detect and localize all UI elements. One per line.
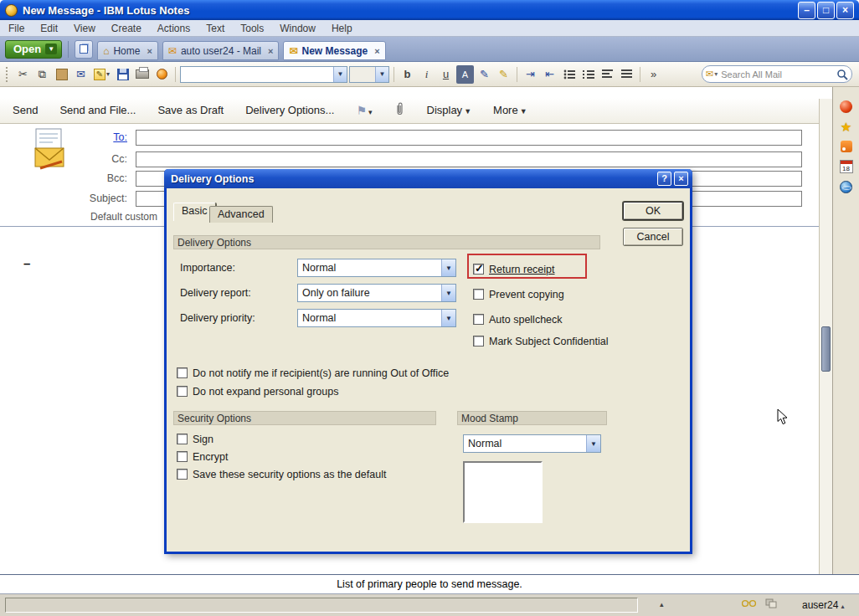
font-size-select[interactable]: ▼ xyxy=(349,66,389,83)
menu-text[interactable]: Text xyxy=(206,23,224,34)
tab-mail-close-icon[interactable]: × xyxy=(268,46,273,56)
mood-stamp-dropdown-icon[interactable]: ▼ xyxy=(586,435,600,452)
prevent-copying-checkbox[interactable] xyxy=(473,289,484,300)
delivery-priority-select[interactable]: Normal ▼ xyxy=(297,309,456,327)
status-user-button[interactable]: auser24▴ xyxy=(802,599,844,611)
expand-groups-option[interactable]: Do not expand personal groups xyxy=(177,386,338,398)
search-scope-button[interactable]: ✉ ▾ xyxy=(706,69,718,80)
stamp-envelope-icon[interactable]: ✉ xyxy=(72,65,90,84)
prevent-copying-option[interactable]: Prevent copying xyxy=(473,289,564,300)
pen-icon[interactable]: ✎ xyxy=(476,65,493,84)
delivery-priority-dropdown-icon[interactable]: ▼ xyxy=(441,310,455,326)
bullet-list-icon[interactable] xyxy=(560,65,578,84)
menu-help[interactable]: Help xyxy=(332,23,352,34)
expand-groups-checkbox[interactable] xyxy=(177,386,188,397)
flag-dropdown-button[interactable]: ⚑▾ xyxy=(356,104,372,117)
tab-mail[interactable]: ✉ auto user24 - Mail × xyxy=(162,41,280,60)
ok-button[interactable]: OK xyxy=(623,202,683,220)
sign-option[interactable]: Sign xyxy=(177,434,213,445)
display-dropdown-button[interactable]: Display▼ xyxy=(427,104,472,116)
cut-icon[interactable]: ✂ xyxy=(14,65,32,84)
importance-select[interactable]: Normal ▼ xyxy=(297,259,456,277)
tab-new-message[interactable]: ✉ New Message × xyxy=(283,41,385,60)
save-as-draft-button[interactable]: Save as Draft xyxy=(157,104,224,116)
permanent-pen-icon[interactable] xyxy=(153,65,171,84)
favorites-star-icon[interactable]: ★ xyxy=(841,121,851,133)
out-of-office-option[interactable]: Do not notify me if recipient(s) are run… xyxy=(177,367,449,379)
delivery-options-button[interactable]: Delivery Options... xyxy=(245,104,334,116)
vertical-scrollbar[interactable] xyxy=(819,99,832,574)
open-in-new-window-button[interactable] xyxy=(75,40,93,59)
mood-stamp-select[interactable]: Normal ▼ xyxy=(463,434,601,453)
maximize-button[interactable]: □ xyxy=(817,2,835,19)
feeds-icon[interactable] xyxy=(841,141,852,152)
tab-new-message-close-icon[interactable]: × xyxy=(374,46,379,56)
save-security-default-checkbox[interactable] xyxy=(177,469,188,480)
indent-icon[interactable]: ⇥ xyxy=(522,65,539,84)
glasses-icon[interactable] xyxy=(742,599,757,608)
print-icon[interactable] xyxy=(133,65,152,84)
menu-edit[interactable]: Edit xyxy=(40,23,58,34)
search-box[interactable]: ✉ ▾ Search All Mail xyxy=(702,65,852,83)
menu-window[interactable]: Window xyxy=(280,23,316,34)
send-button[interactable]: Send xyxy=(13,104,38,116)
highlighter-icon[interactable]: ✎ xyxy=(495,65,512,84)
tab-home[interactable]: ⌂ Home × xyxy=(97,41,158,60)
calendar-icon[interactable]: 18 xyxy=(840,160,853,173)
menu-view[interactable]: View xyxy=(74,23,95,34)
tab-advanced[interactable]: Advanced xyxy=(209,206,273,223)
align-left-icon[interactable] xyxy=(599,65,616,84)
delivery-report-select[interactable]: Only on failure ▼ xyxy=(297,284,456,302)
minimize-button[interactable]: – xyxy=(798,2,815,19)
search-input[interactable]: Search All Mail xyxy=(721,69,833,80)
send-and-file-button[interactable]: Send and File... xyxy=(59,104,136,116)
encrypt-option[interactable]: Encrypt xyxy=(177,451,228,463)
dialog-close-button[interactable]: × xyxy=(674,172,688,186)
toolbar-drag-handle[interactable] xyxy=(6,67,10,82)
save-icon[interactable] xyxy=(114,65,131,84)
menu-file[interactable]: File xyxy=(8,23,24,34)
outdent-icon[interactable]: ⇤ xyxy=(541,65,558,84)
out-of-office-checkbox[interactable] xyxy=(177,367,188,378)
bcc-label[interactable]: Bcc: xyxy=(33,171,127,186)
menu-actions[interactable]: Actions xyxy=(157,23,190,34)
cc-label[interactable]: Cc: xyxy=(33,151,127,167)
globe-icon[interactable] xyxy=(840,181,852,193)
dialog-help-button[interactable]: ? xyxy=(657,172,671,186)
to-label-link[interactable]: To: xyxy=(33,130,127,145)
paste-icon[interactable] xyxy=(53,65,70,84)
attach-button[interactable] xyxy=(394,102,405,119)
font-select[interactable]: ▼ xyxy=(180,66,347,83)
text-properties-icon[interactable]: A xyxy=(456,65,474,84)
open-button[interactable]: Open ▼ xyxy=(5,40,62,59)
cc-input[interactable] xyxy=(136,151,802,167)
cancel-button[interactable]: Cancel xyxy=(623,228,683,246)
to-input[interactable] xyxy=(136,130,802,146)
save-security-default-option[interactable]: Save these security options as the defau… xyxy=(177,469,386,480)
status-ball-icon[interactable] xyxy=(840,100,852,113)
importance-dropdown-icon[interactable]: ▼ xyxy=(441,259,455,276)
underline-icon[interactable]: u xyxy=(437,65,455,84)
sign-checkbox[interactable] xyxy=(177,434,188,444)
auto-spellcheck-option[interactable]: Auto spellcheck xyxy=(473,314,563,326)
toolbar-overflow-icon[interactable]: » xyxy=(645,65,662,84)
bold-icon[interactable]: b xyxy=(399,65,416,84)
more-dropdown-button[interactable]: More▼ xyxy=(493,104,527,116)
tab-home-close-icon[interactable]: × xyxy=(147,46,152,56)
numbered-list-icon[interactable] xyxy=(579,65,597,84)
encrypt-checkbox[interactable] xyxy=(177,451,188,462)
menu-tools[interactable]: Tools xyxy=(240,23,264,34)
scrollbar-thumb[interactable] xyxy=(821,326,831,372)
italic-icon[interactable]: i xyxy=(418,65,435,84)
dialog-titlebar[interactable]: Delivery Options ? × xyxy=(164,169,692,188)
delivery-report-dropdown-icon[interactable]: ▼ xyxy=(441,285,455,301)
mark-confidential-option[interactable]: Mark Subject Confidential xyxy=(473,336,608,347)
status-expander-icon[interactable]: ▴ xyxy=(660,600,664,608)
copy-icon[interactable]: ⧉ xyxy=(33,65,51,84)
close-button[interactable]: × xyxy=(836,2,854,19)
auto-spellcheck-checkbox[interactable] xyxy=(473,314,484,325)
new-note-icon[interactable]: ✎▾ xyxy=(91,65,112,84)
location-icon[interactable] xyxy=(765,598,777,608)
mark-confidential-checkbox[interactable] xyxy=(473,336,484,346)
menu-create[interactable]: Create xyxy=(111,23,141,34)
